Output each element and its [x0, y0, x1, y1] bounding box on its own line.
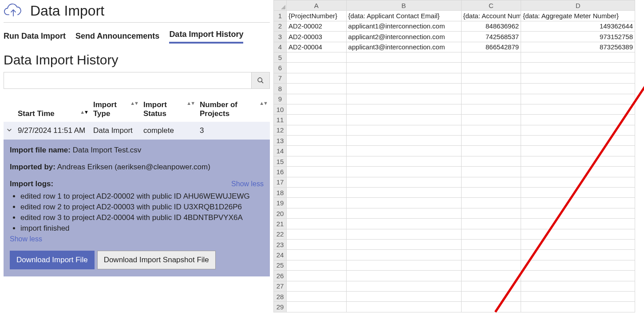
cell[interactable]: 149362644	[521, 21, 635, 31]
cell[interactable]: AD2-00004	[286, 42, 346, 52]
cell[interactable]	[286, 229, 346, 239]
cell[interactable]	[286, 115, 346, 125]
cell[interactable]	[521, 94, 635, 104]
cell[interactable]	[346, 104, 461, 114]
cell[interactable]	[286, 291, 346, 301]
cell[interactable]	[346, 250, 461, 260]
col-start-time[interactable]: ▲▼ Start Time	[15, 99, 91, 122]
cell[interactable]	[461, 198, 521, 208]
cell[interactable]	[461, 84, 521, 94]
cell[interactable]	[461, 146, 521, 156]
table-row[interactable]: 9/27/2024 11:51 AM Data Import complete …	[4, 122, 270, 140]
cell[interactable]	[286, 63, 346, 73]
row-header[interactable]: 28	[274, 291, 287, 301]
cell[interactable]	[461, 281, 521, 291]
column-header-A[interactable]: A	[286, 0, 346, 11]
cell[interactable]	[461, 94, 521, 104]
cell[interactable]	[521, 250, 635, 260]
search-button[interactable]	[251, 72, 270, 89]
row-header[interactable]: 23	[274, 239, 287, 249]
cell[interactable]	[286, 167, 346, 177]
cell[interactable]	[286, 104, 346, 114]
cell[interactable]	[346, 208, 461, 218]
cell[interactable]: 742568537	[461, 32, 521, 42]
cell[interactable]	[461, 188, 521, 198]
cell[interactable]	[521, 271, 635, 281]
cell[interactable]	[346, 239, 461, 249]
cell[interactable]: applicant1@interconnection.com	[346, 21, 461, 31]
row-header[interactable]: 16	[274, 167, 287, 177]
cell[interactable]	[521, 260, 635, 270]
row-header[interactable]: 12	[274, 125, 287, 135]
cell[interactable]	[521, 84, 635, 94]
cell[interactable]	[521, 239, 635, 249]
cell[interactable]	[521, 291, 635, 301]
cell[interactable]	[461, 250, 521, 260]
cell[interactable]	[461, 167, 521, 177]
cell[interactable]	[286, 219, 346, 229]
cell[interactable]	[461, 104, 521, 114]
cell[interactable]	[286, 198, 346, 208]
column-header-D[interactable]: D	[521, 0, 635, 11]
cell[interactable]	[346, 73, 461, 83]
cell[interactable]: 866542879	[461, 42, 521, 52]
cell[interactable]	[286, 136, 346, 146]
column-header-B[interactable]: B	[346, 0, 461, 11]
cell[interactable]	[521, 125, 635, 135]
cell[interactable]: {data: Account Number}	[461, 11, 521, 21]
row-header[interactable]: 10	[274, 104, 287, 114]
cell[interactable]	[521, 104, 635, 114]
show-less-link-2[interactable]: Show less	[10, 235, 42, 243]
cell[interactable]	[461, 177, 521, 187]
cell[interactable]	[521, 219, 635, 229]
cell[interactable]	[346, 125, 461, 135]
spreadsheet[interactable]: ABCD1{ProjectNumber}{data: Applicant Con…	[273, 0, 635, 312]
cell[interactable]	[521, 146, 635, 156]
cell[interactable]	[346, 260, 461, 270]
cell[interactable]	[346, 291, 461, 301]
cell[interactable]	[346, 188, 461, 198]
cell[interactable]	[461, 156, 521, 166]
cell[interactable]	[286, 271, 346, 281]
row-header[interactable]: 17	[274, 177, 287, 187]
cell[interactable]	[286, 281, 346, 291]
cell[interactable]	[521, 63, 635, 73]
cell[interactable]	[521, 115, 635, 125]
cell[interactable]	[461, 52, 521, 62]
column-header-C[interactable]: C	[461, 0, 521, 11]
row-header[interactable]: 2	[274, 21, 287, 31]
cell[interactable]	[286, 125, 346, 135]
row-header[interactable]: 20	[274, 208, 287, 218]
cell[interactable]	[346, 94, 461, 104]
row-header[interactable]: 7	[274, 73, 287, 83]
cell[interactable]	[286, 146, 346, 156]
cell[interactable]: {ProjectNumber}	[286, 11, 346, 21]
cell[interactable]	[461, 229, 521, 239]
search-input[interactable]	[4, 72, 251, 89]
cell[interactable]: 848636962	[461, 21, 521, 31]
cell[interactable]: {data: Aggregate Meter Number}	[521, 11, 635, 21]
cell[interactable]: applicant3@interconnection.com	[346, 42, 461, 52]
row-header[interactable]: 22	[274, 229, 287, 239]
cell[interactable]	[521, 156, 635, 166]
cell[interactable]	[461, 260, 521, 270]
cell[interactable]	[286, 94, 346, 104]
cell[interactable]	[346, 281, 461, 291]
row-header[interactable]: 21	[274, 219, 287, 229]
row-header[interactable]: 25	[274, 260, 287, 270]
download-import-file-button[interactable]: Download Import File	[10, 251, 95, 269]
cell[interactable]	[521, 177, 635, 187]
cell[interactable]	[346, 63, 461, 73]
row-header[interactable]: 15	[274, 156, 287, 166]
col-import-type[interactable]: ▲▼ Import Type	[91, 99, 141, 122]
row-header[interactable]: 4	[274, 42, 287, 52]
row-header[interactable]: 8	[274, 84, 287, 94]
row-header[interactable]: 5	[274, 52, 287, 62]
cell[interactable]	[521, 281, 635, 291]
cell[interactable]	[286, 52, 346, 62]
row-header[interactable]: 3	[274, 32, 287, 42]
row-header[interactable]: 6	[274, 63, 287, 73]
cell[interactable]	[346, 229, 461, 239]
cell[interactable]: {data: Applicant Contact Email}	[346, 11, 461, 21]
cell[interactable]	[286, 208, 346, 218]
